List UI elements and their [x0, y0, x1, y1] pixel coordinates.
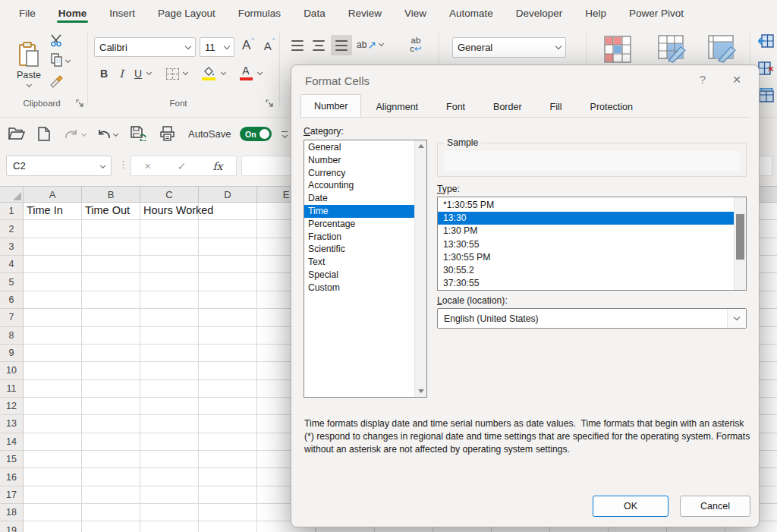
cell-B3[interactable] [82, 238, 140, 256]
category-item-custom[interactable]: Custom [304, 282, 414, 294]
row-header-18[interactable]: 18 [0, 504, 24, 521]
row-header-14[interactable]: 14 [0, 433, 24, 451]
cell-A12[interactable] [24, 398, 82, 415]
type-item-1-30-pm[interactable]: 1:30 PM [438, 225, 734, 238]
column-header-D[interactable]: D [199, 186, 257, 203]
format-as-table-button[interactable] [657, 34, 690, 65]
ribbon-tab-home[interactable]: Home [47, 2, 99, 24]
row-header-3[interactable]: 3 [0, 238, 24, 256]
column-header-B[interactable]: B [82, 186, 140, 203]
cell-D3[interactable] [199, 238, 257, 256]
row-header-5[interactable]: 5 [0, 273, 24, 291]
format-painter-button[interactable] [49, 72, 65, 89]
cell-D5[interactable] [199, 273, 257, 291]
font-dialog-launcher-icon[interactable] [266, 99, 275, 109]
category-item-scientific[interactable]: Scientific [304, 243, 414, 256]
type-listbox[interactable]: *1:30:55 PM13:301:30 PM13:30:551:30:55 P… [437, 197, 747, 291]
cell-C16[interactable] [140, 468, 199, 486]
cell-C5[interactable] [140, 273, 199, 291]
save-button[interactable] [129, 126, 147, 141]
copy-button[interactable] [47, 52, 73, 68]
dialog-help-button[interactable]: ? [695, 73, 710, 86]
category-item-special[interactable]: Special [304, 269, 414, 282]
dialog-close-button[interactable]: × [728, 71, 745, 88]
row-header-17[interactable]: 17 [0, 486, 24, 504]
ribbon-tab-file[interactable]: File [8, 2, 47, 24]
cell-C11[interactable] [140, 380, 199, 398]
cell-B8[interactable] [82, 327, 140, 345]
dialog-tab-font[interactable]: Font [433, 96, 479, 118]
borders-button[interactable] [162, 65, 182, 83]
open-button[interactable] [8, 126, 26, 141]
cell-B19[interactable] [82, 521, 140, 532]
cell-D8[interactable] [199, 327, 257, 345]
row-header-13[interactable]: 13 [0, 415, 24, 433]
orientation-button[interactable]: ab ↗ [355, 36, 378, 54]
cell-B7[interactable] [82, 309, 140, 326]
cell-A3[interactable] [24, 238, 82, 256]
cell-C8[interactable] [140, 327, 199, 345]
cell-D1[interactable] [199, 203, 257, 220]
ribbon-tab-view[interactable]: View [393, 2, 438, 24]
ribbon-tab-developer[interactable]: Developer [505, 2, 574, 24]
cell-D7[interactable] [199, 309, 257, 326]
cell-C1[interactable]: Hours Worked [140, 203, 199, 220]
cell-A15[interactable] [24, 451, 82, 468]
row-header-9[interactable]: 9 [0, 345, 24, 362]
autosave-toggle[interactable]: On [240, 127, 272, 141]
cell-A13[interactable] [24, 415, 82, 433]
category-item-accounting[interactable]: Accounting [304, 179, 414, 192]
align-middle-button[interactable] [310, 37, 328, 54]
clipboard-dialog-launcher-icon[interactable] [76, 99, 85, 109]
locale-dropdown[interactable]: English (United States) [437, 308, 747, 329]
cell-B14[interactable] [82, 433, 140, 451]
type-item-13-30[interactable]: 13:30 [438, 212, 734, 225]
cell-B17[interactable] [82, 486, 140, 504]
cell-B16[interactable] [82, 468, 140, 486]
fill-color-chevron-icon[interactable] [222, 71, 225, 74]
cell-B10[interactable] [82, 362, 140, 379]
category-item-text[interactable]: Text [304, 256, 414, 269]
cell-D9[interactable] [199, 345, 257, 362]
cell-A7[interactable] [24, 309, 82, 326]
underline-button[interactable]: U [131, 65, 146, 83]
cell-A4[interactable] [24, 256, 82, 273]
row-header-12[interactable]: 12 [0, 398, 24, 415]
dialog-tab-number[interactable]: Number [300, 94, 361, 117]
cell-D11[interactable] [199, 380, 257, 398]
cell-C3[interactable] [140, 238, 199, 256]
dialog-tab-border[interactable]: Border [480, 96, 536, 118]
cell-C14[interactable] [140, 433, 199, 451]
cell-D12[interactable] [199, 398, 257, 415]
enter-entry-button[interactable]: ✓ [178, 160, 187, 172]
column-header-A[interactable]: A [24, 186, 82, 203]
grow-font-button[interactable]: A ˆ [238, 36, 258, 55]
row-header-7[interactable]: 7 [0, 309, 24, 326]
type-item-30-55-2[interactable]: 30:55.2 [438, 264, 734, 277]
dialog-tab-alignment[interactable]: Alignment [362, 96, 432, 118]
cell-C12[interactable] [140, 398, 199, 415]
cell-A17[interactable] [24, 486, 82, 504]
ribbon-tab-help[interactable]: Help [574, 2, 618, 24]
font-name-combo[interactable]: Calibri [94, 37, 196, 57]
cancel-button[interactable]: Cancel [680, 496, 750, 517]
ribbon-tab-data[interactable]: Data [292, 2, 337, 24]
cell-B1[interactable]: Time Out [82, 203, 140, 220]
cell-C19[interactable] [140, 521, 199, 532]
orientation-chevron-icon[interactable] [379, 42, 383, 46]
cell-C9[interactable] [140, 345, 199, 362]
new-file-button[interactable] [36, 126, 52, 141]
cell-D16[interactable] [199, 468, 257, 486]
format-cells-button[interactable] [757, 87, 775, 104]
cell-B4[interactable] [82, 256, 140, 273]
formula-bar-grip[interactable]: ⋮ [118, 159, 128, 170]
category-item-number[interactable]: Number [304, 154, 414, 167]
category-item-fraction[interactable]: Fraction [304, 231, 414, 244]
fill-color-button[interactable] [199, 63, 219, 83]
column-header-C[interactable]: C [140, 186, 199, 203]
category-item-currency[interactable]: Currency [304, 167, 414, 180]
cell-C15[interactable] [140, 451, 199, 468]
cell-D6[interactable] [199, 291, 257, 309]
cell-A11[interactable] [24, 380, 82, 398]
borders-chevron-icon[interactable] [184, 71, 187, 74]
